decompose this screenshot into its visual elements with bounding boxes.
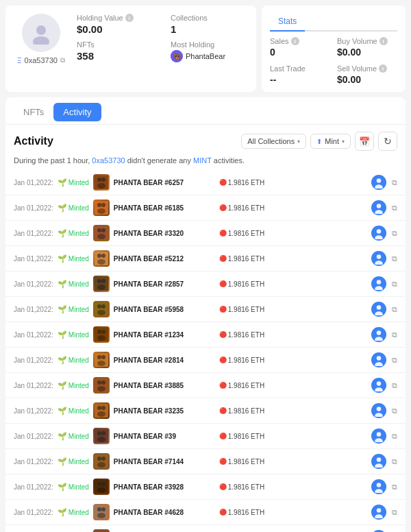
refresh-button[interactable]: ↻ [378, 132, 397, 151]
type-filter-label: Mint [325, 137, 339, 145]
tab-activity[interactable]: Activity [53, 103, 101, 121]
external-link-icon[interactable]: ⧉ [392, 254, 397, 263]
external-link-icon[interactable]: ⧉ [392, 483, 397, 492]
minted-icon: 🌱 [58, 229, 67, 238]
collections-label: Collections [171, 14, 208, 22]
nav-tabs: NFTs Activity [5, 97, 406, 125]
svg-point-44 [377, 305, 382, 310]
activity-date: Jan 01,2022: [14, 433, 53, 440]
badge-label: Minted [68, 280, 89, 288]
external-link-icon[interactable]: ⧉ [392, 204, 397, 213]
minted-icon: 🌱 [58, 178, 67, 187]
nft-name: PHANTA BEAR #7144 [114, 458, 212, 466]
svg-point-0 [36, 25, 46, 35]
most-holding-stat: Most Holding 🐻 PhantaBear [171, 40, 248, 62]
external-link-icon[interactable]: ⧉ [392, 457, 397, 466]
wallet-link[interactable]: 0xa53730 [92, 156, 125, 165]
external-link-icon[interactable]: ⧉ [392, 305, 397, 314]
external-link-icon[interactable]: ⧉ [392, 229, 397, 238]
activity-user-avatar [371, 378, 386, 393]
price-value: 1.9816 ETH [228, 306, 264, 313]
most-holding-row: 🐻 PhantaBear [171, 50, 248, 62]
external-link-icon[interactable]: ⧉ [392, 178, 397, 187]
holding-value: $0.00 [77, 23, 154, 35]
price-value: 1.9816 ETH [228, 230, 264, 237]
external-link-icon[interactable]: ⧉ [392, 381, 397, 390]
price-eth-icon: 🔴 [219, 280, 227, 287]
external-link-icon[interactable]: ⧉ [392, 330, 397, 339]
activity-badge: 🌱 Minted [58, 432, 89, 441]
nft-price: 🔴 1.9816 ETH [219, 179, 264, 186]
nft-price: 🔴 1.9816 ETH [219, 356, 264, 364]
svg-point-86 [377, 457, 382, 462]
activity-user-avatar [371, 327, 386, 342]
svg-point-7 [97, 183, 105, 189]
svg-point-28 [97, 259, 105, 265]
svg-point-89 [97, 482, 101, 486]
tab-stats[interactable]: Stats [270, 12, 305, 32]
nft-price: 🔴 1.9816 ETH [219, 204, 264, 212]
mint-link[interactable]: MINT [193, 156, 212, 165]
svg-point-83 [101, 457, 105, 461]
svg-point-26 [97, 254, 101, 258]
buy-volume-info-icon[interactable]: i [379, 37, 388, 45]
type-filter-button[interactable]: ⬆ Mint ▾ [310, 134, 351, 149]
most-holding-thumbnail: 🐻 [171, 50, 183, 62]
sell-volume-value: $0.00 [337, 74, 397, 85]
nft-price: 🔴 1.9816 ETH [219, 483, 264, 491]
activity-user-avatar [371, 251, 386, 266]
sell-volume-info-icon[interactable]: i [379, 64, 387, 73]
notice-text: During the past 1 hour, 0xa53730 didn't … [5, 154, 406, 170]
tab-nfts[interactable]: NFTs [14, 103, 53, 124]
badge-label: Minted [68, 382, 89, 389]
svg-point-96 [97, 507, 101, 511]
activity-user-avatar [371, 175, 386, 190]
svg-point-62 [101, 380, 105, 385]
svg-point-91 [97, 487, 105, 493]
svg-point-68 [97, 406, 101, 410]
price-value: 1.9816 ETH [228, 509, 264, 516]
calendar-button[interactable]: 📅 [355, 132, 374, 151]
nft-name: PHANTA BEAR #2857 [114, 280, 212, 288]
activity-user-avatar [371, 302, 386, 317]
svg-point-58 [377, 356, 382, 361]
external-link-icon[interactable]: ⧉ [392, 407, 397, 415]
collections-value: 1 [171, 23, 248, 35]
price-eth-icon: 🔴 [219, 204, 227, 211]
activity-date: Jan 01,2022: [14, 458, 53, 466]
external-link-icon[interactable]: ⧉ [392, 280, 397, 289]
external-link-icon[interactable]: ⧉ [392, 508, 397, 517]
nft-name: PHANTA BEAR #3885 [114, 382, 212, 389]
nft-name: PHANTA BEAR #39 [114, 433, 212, 440]
stats-tabs-bar: Stats [270, 12, 397, 32]
external-link-icon[interactable]: ⧉ [392, 356, 397, 365]
nfts-label: NFTs [77, 40, 95, 49]
holding-value-info-icon[interactable]: i [125, 14, 134, 22]
copy-icon[interactable]: ⧉ [60, 56, 65, 64]
badge-label: Minted [68, 331, 89, 339]
price-eth-icon: 🔴 [219, 255, 227, 262]
activity-date: Jan 01,2022: [14, 280, 53, 288]
activity-date: Jan 01,2022: [14, 483, 53, 491]
svg-point-98 [97, 513, 105, 518]
price-value: 1.9816 ETH [228, 280, 264, 288]
svg-point-47 [97, 330, 101, 334]
badge-label: Minted [68, 458, 89, 466]
collections-filter-button[interactable]: All Collections ▾ [241, 134, 306, 149]
content-area: NFTs Activity Activity All Collections ▾… [5, 97, 406, 532]
price-eth-icon: 🔴 [219, 483, 227, 490]
activity-row: Jan 01,2022: 🌱 Minted PHANTA BEAR #5212 … [5, 246, 406, 271]
price-eth-icon: 🔴 [219, 382, 227, 389]
svg-point-40 [97, 304, 101, 309]
activity-badge: 🌱 Minted [58, 178, 89, 187]
sales-info-icon[interactable]: i [291, 37, 299, 45]
svg-point-1 [33, 36, 49, 45]
collections-stat: Collections 1 [171, 14, 248, 35]
activity-row: Jan 01,2022: 🌱 Minted PHANTA BEAR #3928 … [5, 474, 406, 500]
external-link-icon[interactable]: ⧉ [392, 432, 397, 441]
activity-row: Jan 01,2022: 🌱 Minted PHANTA BEAR #3885 … [5, 373, 406, 398]
svg-point-100 [377, 508, 382, 513]
nft-price: 🔴 1.9816 ETH [219, 433, 264, 440]
nft-thumbnail [93, 402, 110, 419]
buy-volume-stat: Buy Volume i $0.00 [337, 37, 397, 58]
